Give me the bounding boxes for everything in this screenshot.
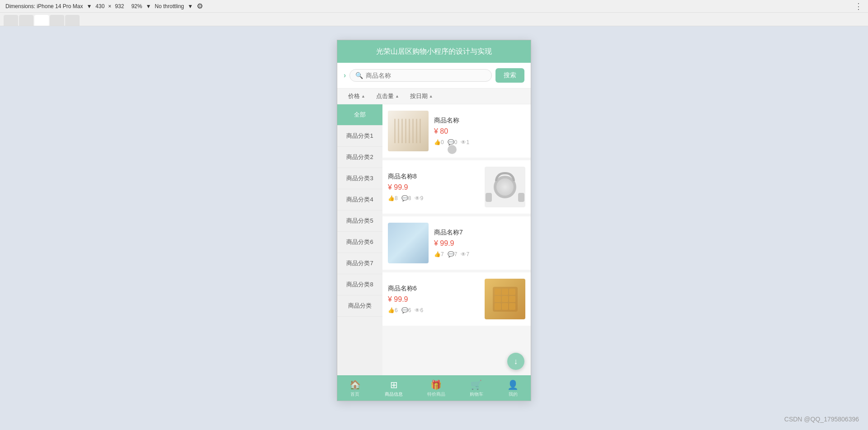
- category-9[interactable]: 商品分类: [337, 295, 382, 317]
- search-bar: › 🔍 搜索: [337, 63, 531, 89]
- swipe-indicator: [448, 145, 457, 154]
- product-stats-1: 👍0 💬0 👁1: [434, 139, 525, 145]
- sort-price[interactable]: 价格 ▲: [343, 89, 371, 104]
- category-3[interactable]: 商品分类3: [337, 168, 382, 189]
- product-price-1: ¥ 80: [434, 127, 525, 136]
- products-icon: ⊞: [390, 379, 398, 390]
- tabs-bar: [0, 13, 868, 26]
- nav-deals-label: 特价商品: [427, 391, 445, 397]
- views-4: 👁6: [415, 307, 423, 313]
- back-arrow-icon[interactable]: ›: [344, 71, 346, 79]
- device-selector[interactable]: Dimensions: iPhone 14 Pro Max ▼ 430 × 93…: [5, 3, 124, 9]
- product-price-3: ¥ 99.9: [434, 239, 525, 248]
- comments-1: 💬0: [448, 139, 458, 145]
- product-image-3: [388, 223, 429, 263]
- settings-icon[interactable]: ⚙: [197, 2, 203, 10]
- nav-home[interactable]: 🏠 首页: [346, 378, 364, 399]
- product-image-1: [388, 111, 429, 151]
- nav-profile[interactable]: 👤 我的: [504, 378, 522, 399]
- dimension-x: ×: [108, 3, 111, 9]
- nav-home-label: 首页: [350, 391, 359, 397]
- home-icon: 🏠: [349, 379, 361, 390]
- zoom-dropdown-icon[interactable]: ▼: [146, 3, 151, 9]
- product-name-1: 商品名称: [434, 117, 525, 125]
- more-icon[interactable]: ⋮: [854, 1, 863, 11]
- comments-2: 💬8: [401, 195, 411, 201]
- profile-icon: 👤: [507, 379, 519, 390]
- search-icon: 🔍: [355, 72, 363, 79]
- category-sidebar: 全部 商品分类1 商品分类2 商品分类3 商品分类4 商品分类5 商品分类6 商…: [337, 104, 382, 375]
- likes-1: 👍0: [434, 139, 444, 145]
- table-row[interactable]: 商品名称 ¥ 80 👍0 💬0 👁1: [382, 104, 531, 158]
- likes-3: 👍7: [434, 251, 444, 257]
- views-3: 👁7: [461, 251, 469, 257]
- nav-deals[interactable]: 🎁 特价商品: [424, 378, 449, 399]
- browser-toolbar: Dimensions: iPhone 14 Pro Max ▼ 430 × 93…: [0, 0, 868, 13]
- product-info-1: 商品名称 ¥ 80 👍0 💬0 👁1: [434, 117, 525, 145]
- product-stats-3: 👍7 💬7 👁7: [434, 251, 525, 257]
- product-name-4: 商品名称6: [388, 285, 479, 293]
- phone-screen: 光荣山居区购物小程序的设计与实现 › 🔍 搜索 价格 ▲ 点击量 ▲ 按日期 ▲: [337, 40, 531, 401]
- price-sort-icon: ▲: [361, 94, 365, 98]
- table-row[interactable]: 商品名称8 ¥ 99.9 👍8 💬8 👁9: [382, 160, 531, 214]
- product-image-2: [485, 167, 525, 207]
- sort-bar: 价格 ▲ 点击量 ▲ 按日期 ▲: [337, 89, 531, 104]
- clicks-sort-icon: ▲: [395, 94, 399, 98]
- product-info-2: 商品名称8 ¥ 99.9 👍8 💬8 👁9: [388, 173, 479, 201]
- product-info-4: 商品名称6 ¥ 99.9 👍6 💬6 👁6: [388, 285, 479, 313]
- likes-2: 👍8: [388, 195, 398, 201]
- category-4[interactable]: 商品分类4: [337, 189, 382, 210]
- category-all[interactable]: 全部: [337, 104, 382, 126]
- search-button[interactable]: 搜索: [495, 68, 524, 83]
- product-list: 商品名称 ¥ 80 👍0 💬0 👁1 商品名称8 ¥ 99.9: [382, 104, 531, 375]
- width-value: 430: [95, 3, 104, 9]
- category-6[interactable]: 商品分类6: [337, 232, 382, 253]
- category-8[interactable]: 商品分类8: [337, 274, 382, 295]
- category-7[interactable]: 商品分类7: [337, 253, 382, 274]
- comments-4: 💬6: [401, 307, 411, 313]
- tab-1[interactable]: [4, 15, 18, 26]
- tab-4[interactable]: [50, 15, 64, 26]
- table-row[interactable]: 商品名称7 ¥ 99.9 👍7 💬7 👁7: [382, 216, 531, 270]
- sort-clicks[interactable]: 点击量 ▲: [371, 89, 405, 104]
- category-5[interactable]: 商品分类5: [337, 210, 382, 232]
- sort-date[interactable]: 按日期 ▲: [405, 89, 439, 104]
- date-sort-icon: ▲: [429, 94, 433, 98]
- throttle-dropdown-icon[interactable]: ▼: [188, 3, 193, 9]
- device-dropdown-icon[interactable]: ▼: [86, 3, 92, 9]
- zoom-throttle-bar: 92% ▼ No throttling ▼ ⚙: [131, 2, 203, 10]
- category-2[interactable]: 商品分类2: [337, 147, 382, 168]
- app-header: 光荣山居区购物小程序的设计与实现: [337, 40, 531, 63]
- tab-2[interactable]: [19, 15, 33, 26]
- app-title: 光荣山居区购物小程序的设计与实现: [376, 47, 492, 56]
- product-image-4: [485, 279, 525, 319]
- tab-5[interactable]: [65, 15, 80, 26]
- product-price-4: ¥ 99.9: [388, 295, 479, 304]
- category-1[interactable]: 商品分类1: [337, 126, 382, 147]
- product-info-3: 商品名称7 ¥ 99.9 👍7 💬7 👁7: [434, 229, 525, 257]
- product-name-2: 商品名称8: [388, 173, 479, 181]
- zoom-value[interactable]: 92%: [131, 3, 142, 9]
- search-input-wrap[interactable]: 🔍: [349, 69, 492, 82]
- table-row[interactable]: 商品名称6 ¥ 99.9 👍6 💬6 👁6: [382, 272, 531, 326]
- nav-cart-label: 购物车: [470, 391, 483, 397]
- tab-3-active[interactable]: [34, 15, 49, 26]
- nav-products[interactable]: ⊞ 商品信息: [381, 378, 406, 399]
- main-content: 全部 商品分类1 商品分类2 商品分类3 商品分类4 商品分类5 商品分类6 商…: [337, 104, 531, 375]
- nav-profile-label: 我的: [509, 391, 518, 397]
- phone-wrapper: 光荣山居区购物小程序的设计与实现 › 🔍 搜索 价格 ▲ 点击量 ▲ 按日期 ▲: [337, 40, 531, 401]
- deals-icon: 🎁: [430, 379, 442, 390]
- throttle-value[interactable]: No throttling: [155, 3, 184, 9]
- cart-icon: 🛒: [471, 379, 482, 390]
- search-input[interactable]: [366, 72, 486, 79]
- height-value: 932: [115, 3, 124, 9]
- likes-4: 👍6: [388, 307, 398, 313]
- product-stats-2: 👍8 💬8 👁9: [388, 195, 479, 201]
- scroll-down-button[interactable]: ↓: [507, 353, 524, 370]
- device-label: Dimensions: iPhone 14 Pro Max: [5, 3, 83, 9]
- product-name-3: 商品名称7: [434, 229, 525, 237]
- nav-cart[interactable]: 🛒 购物车: [466, 378, 487, 399]
- nav-products-label: 商品信息: [385, 391, 403, 397]
- views-2: 👁9: [415, 195, 423, 201]
- bottom-nav: 🏠 首页 ⊞ 商品信息 🎁 特价商品 🛒 购物车 👤 我的: [337, 375, 531, 401]
